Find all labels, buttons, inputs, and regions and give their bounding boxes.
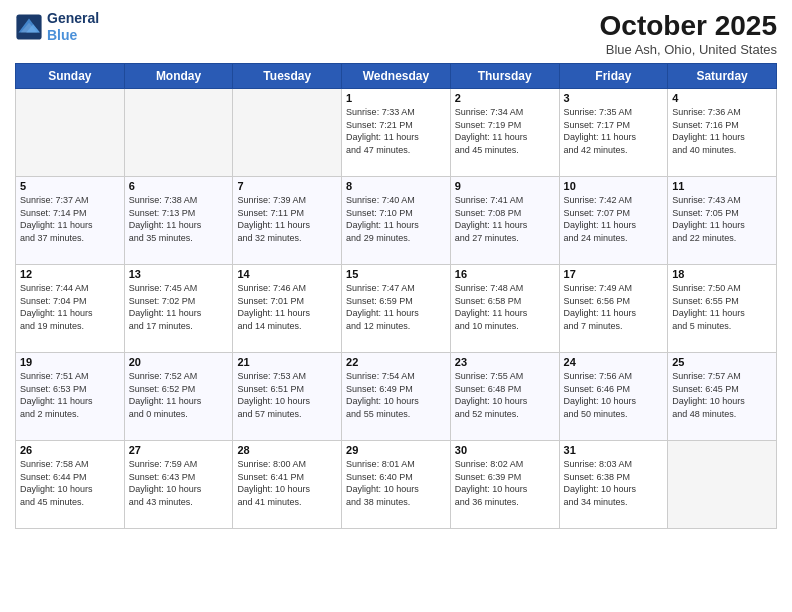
cal-cell: 18Sunrise: 7:50 AM Sunset: 6:55 PM Dayli… — [668, 265, 777, 353]
cal-cell: 22Sunrise: 7:54 AM Sunset: 6:49 PM Dayli… — [342, 353, 451, 441]
month-title: October 2025 — [600, 10, 777, 42]
day-info: Sunrise: 8:02 AM Sunset: 6:39 PM Dayligh… — [455, 458, 555, 508]
cal-cell: 8Sunrise: 7:40 AM Sunset: 7:10 PM Daylig… — [342, 177, 451, 265]
day-number: 8 — [346, 180, 446, 192]
cal-cell: 1Sunrise: 7:33 AM Sunset: 7:21 PM Daylig… — [342, 89, 451, 177]
day-number: 17 — [564, 268, 664, 280]
cal-cell — [124, 89, 233, 177]
cal-cell: 7Sunrise: 7:39 AM Sunset: 7:11 PM Daylig… — [233, 177, 342, 265]
day-number: 7 — [237, 180, 337, 192]
logo-icon — [15, 13, 43, 41]
weekday-header-row: SundayMondayTuesdayWednesdayThursdayFrid… — [16, 64, 777, 89]
cal-cell: 21Sunrise: 7:53 AM Sunset: 6:51 PM Dayli… — [233, 353, 342, 441]
day-info: Sunrise: 7:44 AM Sunset: 7:04 PM Dayligh… — [20, 282, 120, 332]
day-info: Sunrise: 7:51 AM Sunset: 6:53 PM Dayligh… — [20, 370, 120, 420]
day-info: Sunrise: 7:47 AM Sunset: 6:59 PM Dayligh… — [346, 282, 446, 332]
day-info: Sunrise: 7:45 AM Sunset: 7:02 PM Dayligh… — [129, 282, 229, 332]
day-number: 11 — [672, 180, 772, 192]
day-number: 18 — [672, 268, 772, 280]
cal-cell: 3Sunrise: 7:35 AM Sunset: 7:17 PM Daylig… — [559, 89, 668, 177]
logo-line2: Blue — [47, 27, 77, 43]
cal-cell: 6Sunrise: 7:38 AM Sunset: 7:13 PM Daylig… — [124, 177, 233, 265]
day-info: Sunrise: 7:38 AM Sunset: 7:13 PM Dayligh… — [129, 194, 229, 244]
day-number: 25 — [672, 356, 772, 368]
weekday-header-monday: Monday — [124, 64, 233, 89]
day-number: 10 — [564, 180, 664, 192]
day-number: 22 — [346, 356, 446, 368]
day-info: Sunrise: 7:50 AM Sunset: 6:55 PM Dayligh… — [672, 282, 772, 332]
week-row-1: 1Sunrise: 7:33 AM Sunset: 7:21 PM Daylig… — [16, 89, 777, 177]
day-number: 19 — [20, 356, 120, 368]
cal-cell: 15Sunrise: 7:47 AM Sunset: 6:59 PM Dayli… — [342, 265, 451, 353]
day-number: 20 — [129, 356, 229, 368]
day-number: 14 — [237, 268, 337, 280]
title-block: October 2025 Blue Ash, Ohio, United Stat… — [600, 10, 777, 57]
day-info: Sunrise: 8:03 AM Sunset: 6:38 PM Dayligh… — [564, 458, 664, 508]
day-number: 23 — [455, 356, 555, 368]
day-number: 26 — [20, 444, 120, 456]
day-info: Sunrise: 7:37 AM Sunset: 7:14 PM Dayligh… — [20, 194, 120, 244]
day-info: Sunrise: 7:39 AM Sunset: 7:11 PM Dayligh… — [237, 194, 337, 244]
day-info: Sunrise: 7:52 AM Sunset: 6:52 PM Dayligh… — [129, 370, 229, 420]
day-number: 13 — [129, 268, 229, 280]
day-info: Sunrise: 7:46 AM Sunset: 7:01 PM Dayligh… — [237, 282, 337, 332]
day-info: Sunrise: 7:59 AM Sunset: 6:43 PM Dayligh… — [129, 458, 229, 508]
page-container: General Blue October 2025 Blue Ash, Ohio… — [0, 0, 792, 539]
cal-cell: 4Sunrise: 7:36 AM Sunset: 7:16 PM Daylig… — [668, 89, 777, 177]
cal-cell — [233, 89, 342, 177]
cal-cell — [668, 441, 777, 529]
day-info: Sunrise: 7:49 AM Sunset: 6:56 PM Dayligh… — [564, 282, 664, 332]
week-row-4: 19Sunrise: 7:51 AM Sunset: 6:53 PM Dayli… — [16, 353, 777, 441]
cal-cell: 5Sunrise: 7:37 AM Sunset: 7:14 PM Daylig… — [16, 177, 125, 265]
day-number: 4 — [672, 92, 772, 104]
cal-cell: 30Sunrise: 8:02 AM Sunset: 6:39 PM Dayli… — [450, 441, 559, 529]
day-number: 29 — [346, 444, 446, 456]
weekday-header-thursday: Thursday — [450, 64, 559, 89]
cal-cell: 28Sunrise: 8:00 AM Sunset: 6:41 PM Dayli… — [233, 441, 342, 529]
location: Blue Ash, Ohio, United States — [600, 42, 777, 57]
cal-cell: 10Sunrise: 7:42 AM Sunset: 7:07 PM Dayli… — [559, 177, 668, 265]
day-info: Sunrise: 7:58 AM Sunset: 6:44 PM Dayligh… — [20, 458, 120, 508]
day-info: Sunrise: 7:56 AM Sunset: 6:46 PM Dayligh… — [564, 370, 664, 420]
cal-cell: 16Sunrise: 7:48 AM Sunset: 6:58 PM Dayli… — [450, 265, 559, 353]
day-number: 28 — [237, 444, 337, 456]
day-info: Sunrise: 7:36 AM Sunset: 7:16 PM Dayligh… — [672, 106, 772, 156]
day-number: 15 — [346, 268, 446, 280]
cal-cell: 12Sunrise: 7:44 AM Sunset: 7:04 PM Dayli… — [16, 265, 125, 353]
cal-cell: 20Sunrise: 7:52 AM Sunset: 6:52 PM Dayli… — [124, 353, 233, 441]
day-info: Sunrise: 7:42 AM Sunset: 7:07 PM Dayligh… — [564, 194, 664, 244]
cal-cell — [16, 89, 125, 177]
weekday-header-friday: Friday — [559, 64, 668, 89]
cal-cell: 17Sunrise: 7:49 AM Sunset: 6:56 PM Dayli… — [559, 265, 668, 353]
day-info: Sunrise: 7:40 AM Sunset: 7:10 PM Dayligh… — [346, 194, 446, 244]
day-number: 6 — [129, 180, 229, 192]
cal-cell: 13Sunrise: 7:45 AM Sunset: 7:02 PM Dayli… — [124, 265, 233, 353]
logo-text: General Blue — [47, 10, 99, 44]
day-info: Sunrise: 7:41 AM Sunset: 7:08 PM Dayligh… — [455, 194, 555, 244]
day-info: Sunrise: 8:01 AM Sunset: 6:40 PM Dayligh… — [346, 458, 446, 508]
day-info: Sunrise: 7:34 AM Sunset: 7:19 PM Dayligh… — [455, 106, 555, 156]
logo-line1: General — [47, 10, 99, 27]
week-row-3: 12Sunrise: 7:44 AM Sunset: 7:04 PM Dayli… — [16, 265, 777, 353]
day-number: 5 — [20, 180, 120, 192]
cal-cell: 11Sunrise: 7:43 AM Sunset: 7:05 PM Dayli… — [668, 177, 777, 265]
day-number: 27 — [129, 444, 229, 456]
cal-cell: 29Sunrise: 8:01 AM Sunset: 6:40 PM Dayli… — [342, 441, 451, 529]
day-number: 9 — [455, 180, 555, 192]
day-info: Sunrise: 7:33 AM Sunset: 7:21 PM Dayligh… — [346, 106, 446, 156]
weekday-header-tuesday: Tuesday — [233, 64, 342, 89]
cal-cell: 19Sunrise: 7:51 AM Sunset: 6:53 PM Dayli… — [16, 353, 125, 441]
cal-cell: 31Sunrise: 8:03 AM Sunset: 6:38 PM Dayli… — [559, 441, 668, 529]
cal-cell: 24Sunrise: 7:56 AM Sunset: 6:46 PM Dayli… — [559, 353, 668, 441]
day-info: Sunrise: 7:48 AM Sunset: 6:58 PM Dayligh… — [455, 282, 555, 332]
day-number: 2 — [455, 92, 555, 104]
day-number: 3 — [564, 92, 664, 104]
day-info: Sunrise: 8:00 AM Sunset: 6:41 PM Dayligh… — [237, 458, 337, 508]
day-info: Sunrise: 7:54 AM Sunset: 6:49 PM Dayligh… — [346, 370, 446, 420]
cal-cell: 9Sunrise: 7:41 AM Sunset: 7:08 PM Daylig… — [450, 177, 559, 265]
cal-cell: 26Sunrise: 7:58 AM Sunset: 6:44 PM Dayli… — [16, 441, 125, 529]
calendar-table: SundayMondayTuesdayWednesdayThursdayFrid… — [15, 63, 777, 529]
day-info: Sunrise: 7:43 AM Sunset: 7:05 PM Dayligh… — [672, 194, 772, 244]
cal-cell: 2Sunrise: 7:34 AM Sunset: 7:19 PM Daylig… — [450, 89, 559, 177]
cal-cell: 27Sunrise: 7:59 AM Sunset: 6:43 PM Dayli… — [124, 441, 233, 529]
